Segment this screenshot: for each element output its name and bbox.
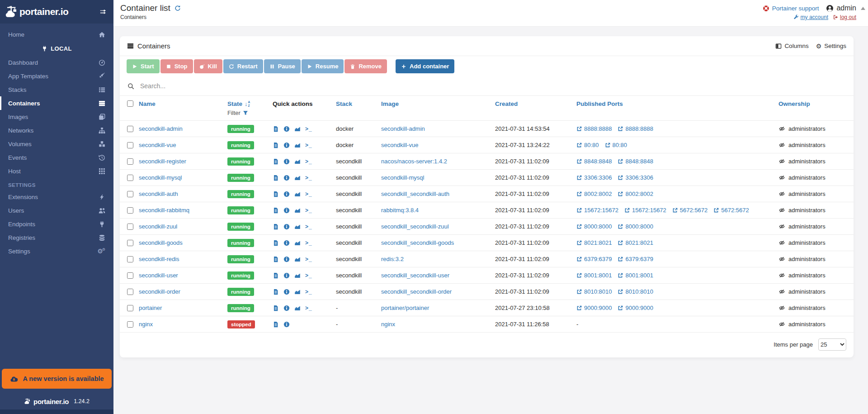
console-icon[interactable]: >_: [305, 273, 312, 278]
inspect-icon[interactable]: [283, 256, 290, 262]
published-port-link[interactable]: 8888:8888: [618, 125, 653, 132]
published-port-link[interactable]: 8001:8001: [618, 272, 653, 279]
container-name-link[interactable]: secondkill-auth: [139, 190, 178, 197]
logs-icon[interactable]: [273, 321, 279, 328]
sidebar-item-dashboard[interactable]: Dashboard: [0, 56, 113, 69]
start-button[interactable]: Start: [127, 59, 160, 73]
row-checkbox[interactable]: [127, 158, 133, 165]
published-port-link[interactable]: 8848:8848: [576, 158, 612, 165]
published-port-link[interactable]: 8010:8010: [576, 288, 612, 295]
row-checkbox[interactable]: [127, 240, 133, 246]
published-port-link[interactable]: 9000:9000: [618, 305, 653, 311]
container-name-link[interactable]: secondkill-mysql: [139, 174, 182, 181]
logs-icon[interactable]: [273, 256, 279, 262]
console-icon[interactable]: >_: [305, 143, 312, 148]
search-input[interactable]: [139, 82, 846, 90]
image-link[interactable]: secondkill-admin: [381, 125, 425, 132]
state-filter-button[interactable]: Filter: [227, 109, 248, 116]
container-name-link[interactable]: portainer: [139, 305, 162, 311]
remove-button[interactable]: Remove: [344, 59, 387, 73]
row-checkbox[interactable]: [127, 142, 133, 148]
portainer-support-link[interactable]: Portainer support: [763, 5, 819, 12]
logs-icon[interactable]: [273, 207, 279, 214]
inspect-icon[interactable]: [283, 272, 290, 279]
logs-icon[interactable]: [273, 158, 279, 165]
image-link[interactable]: secondkill-vue: [381, 142, 418, 148]
my-account-link[interactable]: my account: [793, 14, 828, 20]
published-port-link[interactable]: 8848:8848: [618, 158, 653, 165]
stats-icon[interactable]: [294, 158, 301, 165]
stack-column-header[interactable]: Stack: [336, 100, 352, 107]
row-checkbox[interactable]: [127, 191, 133, 197]
container-name-link[interactable]: secondkill-user: [139, 272, 178, 279]
container-name-link[interactable]: secondkill-redis: [139, 256, 179, 262]
stats-icon[interactable]: [294, 240, 301, 246]
pause-button[interactable]: Pause: [264, 59, 301, 73]
sidebar-collapse-icon[interactable]: [100, 9, 106, 15]
logs-icon[interactable]: [273, 175, 279, 181]
inspect-icon[interactable]: [283, 158, 290, 165]
published-port-link[interactable]: 3306:3306: [618, 174, 653, 181]
console-icon[interactable]: >_: [305, 289, 312, 295]
sidebar-item-extensions[interactable]: Extensions: [0, 190, 113, 204]
sidebar-item-host[interactable]: Host: [0, 164, 113, 178]
logs-icon[interactable]: [273, 289, 279, 295]
logs-icon[interactable]: [273, 142, 279, 148]
stats-icon[interactable]: [294, 142, 301, 148]
sidebar-item-home[interactable]: Home: [0, 28, 113, 41]
table-settings-button[interactable]: ⚙ Settings: [816, 43, 846, 49]
image-link[interactable]: rabbitmq:3.8.4: [381, 207, 419, 214]
inspect-icon[interactable]: [283, 126, 290, 132]
logs-icon[interactable]: [273, 126, 279, 132]
image-link[interactable]: secondkill_secondkill-auth: [381, 190, 449, 197]
published-port-link[interactable]: 6379:6379: [618, 256, 653, 262]
stats-icon[interactable]: [294, 191, 301, 197]
kill-button[interactable]: Kill: [194, 59, 222, 73]
row-checkbox[interactable]: [127, 256, 133, 262]
add-container-button[interactable]: Add container: [396, 59, 454, 73]
published-port-link[interactable]: 6379:6379: [576, 256, 612, 262]
refresh-icon[interactable]: [175, 5, 181, 11]
sidebar-item-containers[interactable]: Containers: [0, 96, 113, 110]
resume-button[interactable]: Resume: [302, 59, 344, 73]
row-checkbox[interactable]: [127, 305, 133, 311]
published-port-link[interactable]: 15672:15672: [624, 207, 666, 214]
image-link[interactable]: secondkill_secondkill-user: [381, 272, 449, 279]
sidebar-item-app-templates[interactable]: App Templates: [0, 69, 113, 83]
published-port-link[interactable]: 8002:8002: [618, 190, 653, 197]
inspect-icon[interactable]: [283, 289, 290, 295]
console-icon[interactable]: >_: [305, 126, 312, 132]
container-name-link[interactable]: secondkill-rabbitmq: [139, 207, 189, 214]
inspect-icon[interactable]: [283, 191, 290, 197]
console-icon[interactable]: >_: [305, 175, 312, 181]
image-link[interactable]: secondkill-mysql: [381, 174, 424, 181]
portainer-logo[interactable]: portainer.io: [5, 4, 68, 19]
console-icon[interactable]: >_: [305, 191, 312, 197]
inspect-icon[interactable]: [283, 175, 290, 181]
image-link[interactable]: secondkill_secondkill-order: [381, 288, 452, 295]
sidebar-item-settings[interactable]: Settings ⚙⚙: [0, 244, 113, 258]
columns-button[interactable]: Columns: [775, 43, 808, 49]
published-port-link[interactable]: 8000:8000: [576, 223, 612, 230]
image-link[interactable]: nacos/nacos-server:1.4.2: [381, 158, 447, 165]
row-checkbox[interactable]: [127, 289, 133, 295]
console-icon[interactable]: >_: [305, 257, 312, 262]
row-checkbox[interactable]: [127, 272, 133, 279]
created-column-header[interactable]: Created: [495, 100, 518, 107]
inspect-icon[interactable]: [283, 305, 290, 311]
log-out-link[interactable]: log out: [833, 14, 856, 20]
row-checkbox[interactable]: [127, 175, 133, 181]
user-menu[interactable]: admin: [826, 4, 856, 12]
sidebar-item-endpoints[interactable]: Endpoints: [0, 217, 113, 231]
console-icon[interactable]: >_: [305, 240, 312, 246]
inspect-icon[interactable]: [283, 142, 290, 148]
container-name-link[interactable]: secondkill-order: [139, 288, 180, 295]
console-icon[interactable]: >_: [305, 208, 312, 213]
inspect-icon[interactable]: [283, 207, 290, 214]
stats-icon[interactable]: [294, 224, 301, 230]
items-per-page-select[interactable]: 25: [818, 338, 846, 351]
state-column-header[interactable]: State: [227, 100, 242, 107]
sidebar-item-users[interactable]: Users: [0, 204, 113, 217]
image-link[interactable]: portainer/portainer: [381, 305, 429, 311]
row-checkbox[interactable]: [127, 321, 133, 328]
